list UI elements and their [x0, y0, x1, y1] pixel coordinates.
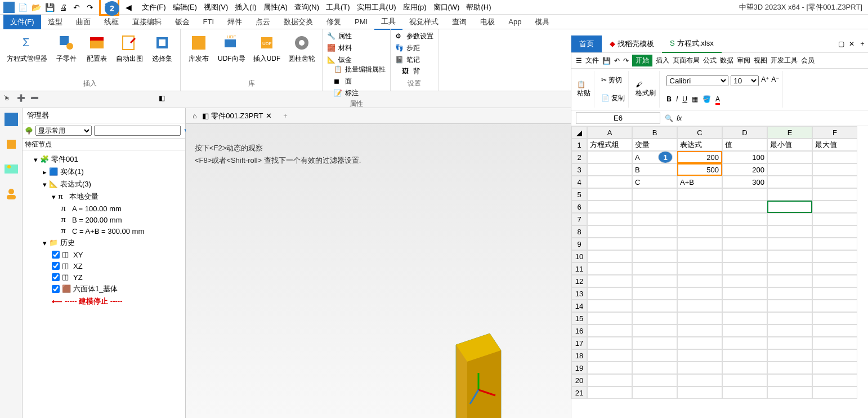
redo-icon[interactable]: ↷: [84, 2, 96, 13]
cell[interactable]: [767, 312, 812, 324]
attr-button[interactable]: 🔧属性: [327, 32, 386, 41]
cell[interactable]: 300: [722, 176, 767, 188]
cell[interactable]: [587, 250, 632, 263]
cell[interactable]: [677, 225, 722, 238]
lib-publish-button[interactable]: 库发布: [185, 32, 212, 78]
wps-tab-template[interactable]: ◆找稻壳模板: [602, 35, 662, 52]
material-button[interactable]: 🧱材料: [327, 43, 386, 53]
menu-edit[interactable]: 编辑(E): [171, 1, 199, 14]
cell[interactable]: 表达式: [677, 139, 722, 151]
cell[interactable]: [587, 324, 632, 337]
filter-mode-select[interactable]: 显示常用: [35, 126, 92, 136]
cell[interactable]: [767, 188, 812, 201]
viewport-tab[interactable]: ◧零件001.Z3PRT✕: [196, 109, 277, 123]
cell[interactable]: [632, 213, 677, 225]
cell[interactable]: [632, 337, 677, 349]
cell[interactable]: [812, 337, 857, 349]
cell[interactable]: [722, 300, 767, 312]
tree-localvars[interactable]: ▾ π本地变量: [52, 190, 183, 203]
cell[interactable]: [767, 349, 812, 362]
tree-expr-group[interactable]: ▾ 📐表达式(3): [43, 178, 183, 190]
cell[interactable]: [767, 225, 812, 238]
cell[interactable]: [767, 163, 812, 176]
cell[interactable]: [722, 225, 767, 238]
tree-plane-xz[interactable]: ◫XZ: [52, 260, 183, 272]
filter-input[interactable]: [94, 126, 181, 136]
cell[interactable]: [677, 188, 722, 201]
cell[interactable]: [677, 362, 722, 374]
wps-col-e[interactable]: E: [767, 126, 812, 139]
cell-c3-highlight[interactable]: 500: [677, 163, 722, 176]
cell[interactable]: [587, 151, 632, 163]
cell[interactable]: [767, 238, 812, 250]
cell[interactable]: [812, 386, 857, 399]
cell[interactable]: [812, 263, 857, 275]
cell[interactable]: [632, 362, 677, 374]
cell[interactable]: [767, 263, 812, 275]
cell[interactable]: A+B: [677, 176, 722, 188]
cell[interactable]: 最小值: [767, 139, 812, 151]
config-table-button[interactable]: 配置表: [83, 32, 110, 78]
cell[interactable]: [677, 238, 722, 250]
cell[interactable]: [587, 300, 632, 312]
cell[interactable]: [677, 324, 722, 337]
wps-border-icon[interactable]: ▦: [692, 95, 698, 103]
cell[interactable]: 100: [722, 151, 767, 163]
cell[interactable]: [632, 312, 677, 324]
cell[interactable]: [812, 201, 857, 213]
cell[interactable]: [767, 176, 812, 188]
cube-icon[interactable]: ◧: [159, 94, 170, 105]
cell[interactable]: [812, 362, 857, 374]
ribbon-tab-direct[interactable]: 直接编辑: [126, 15, 168, 29]
wps-row-4[interactable]: 4: [571, 176, 587, 188]
insert-udf-button[interactable]: UDF插入UDF: [251, 32, 283, 78]
wps-close-icon[interactable]: ✕: [847, 38, 857, 50]
wps-fontcolor-icon[interactable]: A: [715, 95, 720, 103]
cell[interactable]: [767, 151, 812, 163]
menu-window[interactable]: 窗口(W): [431, 1, 462, 14]
cell[interactable]: [677, 275, 722, 287]
cell[interactable]: [587, 312, 632, 324]
wps-row-13[interactable]: 13: [571, 287, 587, 300]
wps-row-6[interactable]: 6: [571, 201, 587, 213]
wps-row-10[interactable]: 10: [571, 250, 587, 263]
subpart-button[interactable]: 子零件: [53, 32, 80, 78]
cell[interactable]: [812, 275, 857, 287]
wps-menu-review[interactable]: 审阅: [737, 56, 750, 65]
cell[interactable]: [722, 386, 767, 399]
cell[interactable]: [722, 250, 767, 263]
ribbon-tab-mold[interactable]: 模具: [528, 15, 556, 29]
ribbon-tab-pointcloud[interactable]: 点云: [249, 15, 277, 29]
cell[interactable]: [677, 374, 722, 386]
box-icon[interactable]: [5, 137, 18, 151]
cell[interactable]: [767, 362, 812, 374]
cell[interactable]: [812, 163, 857, 176]
ribbon-tab-tools[interactable]: 工具: [374, 14, 402, 30]
cell[interactable]: [587, 386, 632, 399]
wps-row-5[interactable]: 5: [571, 188, 587, 201]
cell[interactable]: [812, 213, 857, 225]
tree-root[interactable]: ▾ 🧩零件001: [34, 153, 183, 166]
cell[interactable]: [812, 225, 857, 238]
wps-menu-view[interactable]: 视图: [754, 56, 767, 65]
cell[interactable]: [722, 188, 767, 201]
cell[interactable]: [767, 213, 812, 225]
ribbon-tab-repair[interactable]: 修复: [320, 15, 348, 29]
cell[interactable]: C: [632, 176, 677, 188]
cell[interactable]: [587, 213, 632, 225]
wps-row-19[interactable]: 19: [571, 362, 587, 374]
new-icon[interactable]: 📄: [17, 2, 28, 13]
cell[interactable]: [587, 287, 632, 300]
tree-expr-c[interactable]: πC = A+B = 300.00 mm: [61, 225, 183, 237]
tree-expr-b[interactable]: πB = 200.00 mm: [61, 214, 183, 225]
cell[interactable]: [812, 312, 857, 324]
wps-cut-button[interactable]: ✂ 剪切: [601, 75, 625, 85]
ribbon-tab-query[interactable]: 查询: [445, 15, 473, 29]
wps-menu-insert[interactable]: 插入: [656, 56, 669, 65]
cell[interactable]: [587, 201, 632, 213]
cell[interactable]: [722, 337, 767, 349]
cell[interactable]: [767, 300, 812, 312]
gear-button[interactable]: 圆柱齿轮: [286, 32, 317, 78]
undo-icon[interactable]: ↶: [71, 2, 82, 13]
wps-font-select[interactable]: Calibri: [666, 75, 728, 86]
